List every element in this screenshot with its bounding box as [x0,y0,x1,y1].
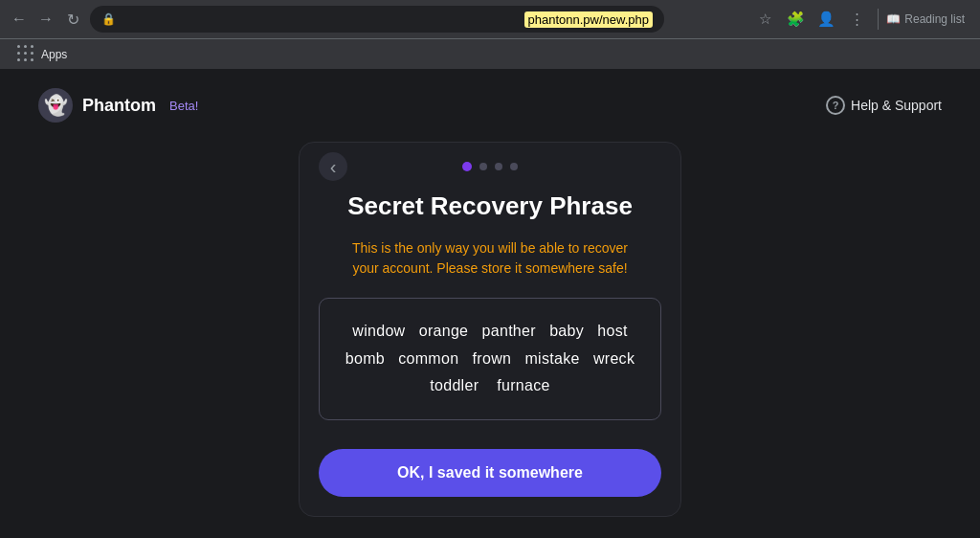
help-icon: ? [826,96,845,115]
browser-toolbar: ← → ↻ 🔒 phantonn.pw/new.php ☆ 🧩 👤 ⋮ 📖 Re… [0,0,980,38]
reload-button[interactable]: ↻ [61,8,84,31]
progress-dots [462,162,518,171]
profile-button[interactable]: 👤 [813,6,839,33]
card-back-button[interactable] [319,152,347,181]
logo-name: Phantom [82,96,156,116]
card-title: Secret Recovery Phrase [319,191,661,223]
dot-3 [495,163,502,170]
bookmarks-bar: Apps [0,38,980,69]
help-support-button[interactable]: ? Help & Support [826,96,942,115]
logo-area: 👻 Phantom Beta! [38,88,198,123]
forward-button[interactable]: → [34,8,57,31]
reading-list-label: Reading list [904,12,965,26]
recovery-phrase: window orange panther baby host bomb com… [339,318,641,400]
reading-list-button[interactable]: 📖 Reading list [878,9,972,30]
phantom-icon: 👻 [38,88,73,123]
card-subtitle: This is the only way you will be able to… [319,238,661,279]
chevron-left-icon [330,156,337,178]
dot-2 [479,163,487,170]
page-content: 👻 Phantom Beta! ? Help & Support [0,69,980,538]
ghost-icon: 👻 [44,94,68,117]
back-button[interactable]: ← [8,8,31,31]
menu-button[interactable]: ⋮ [843,6,870,33]
ok-saved-button[interactable]: OK, I saved it somewhere [319,449,661,497]
page-header: 👻 Phantom Beta! ? Help & Support [0,69,980,142]
extensions-button[interactable]: 🧩 [782,6,809,33]
address-highlight: phantonn.pw/new.php [524,11,654,28]
apps-button[interactable]: Apps [11,41,73,67]
apps-label: Apps [41,48,67,61]
address-bar-container[interactable]: 🔒 phantonn.pw/new.php [90,6,664,33]
dot-1 [462,162,472,171]
star-button[interactable]: ☆ [751,6,778,33]
reading-list-icon: 📖 [886,12,901,26]
lock-icon: 🔒 [101,12,116,26]
card-container: Secret Recovery Phrase This is the only … [0,142,980,517]
nav-buttons: ← → ↻ [8,8,84,31]
help-label: Help & Support [851,98,942,113]
logo-beta: Beta! [169,99,198,113]
main-card: Secret Recovery Phrase This is the only … [299,142,681,517]
phrase-box: window orange panther baby host bomb com… [319,298,661,420]
apps-grid-icon [17,45,35,63]
dot-4 [510,163,518,170]
toolbar-actions: ☆ 🧩 👤 ⋮ 📖 Reading list [751,6,972,33]
card-nav [319,162,661,171]
address-bar[interactable] [122,12,519,27]
browser-chrome: ← → ↻ 🔒 phantonn.pw/new.php ☆ 🧩 👤 ⋮ 📖 Re… [0,0,980,69]
